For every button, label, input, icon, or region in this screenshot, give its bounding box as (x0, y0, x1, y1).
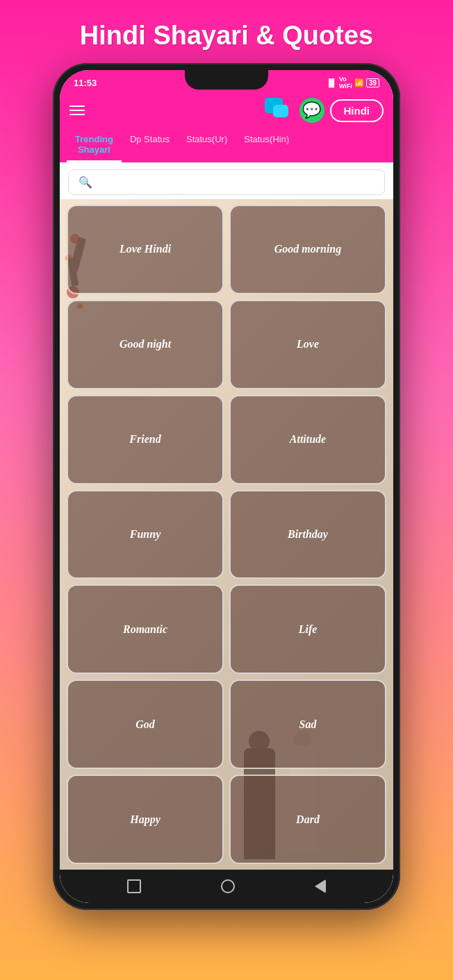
status-icons: ▐▌ VoWiFi 📶 39 (326, 76, 379, 90)
category-love-hindi[interactable]: Love Hindi (67, 205, 224, 294)
content-area: Love Hindi Good morning Good night Love … (60, 199, 393, 870)
search-input[interactable] (98, 177, 374, 188)
wifi-icon: 📶 (354, 78, 364, 87)
category-funny[interactable]: Funny (67, 490, 224, 580)
hamburger-menu[interactable] (69, 105, 85, 115)
hamburger-line-2 (69, 110, 85, 111)
app-header: 💬 Hindi (60, 92, 393, 128)
notch (185, 70, 268, 90)
category-birthday[interactable]: Birthday (229, 490, 386, 580)
hamburger-line-1 (69, 105, 85, 107)
category-friend[interactable]: Friend (67, 395, 224, 484)
phone-nav-bar (60, 870, 393, 903)
header-icons: 💬 Hindi (265, 98, 384, 123)
tab-trending-shayari[interactable]: Trending Shayari (67, 128, 122, 162)
signal-icon: ▐▌ (326, 78, 337, 87)
category-dard[interactable]: Dard (229, 775, 386, 864)
search-bar[interactable]: 🔍 (68, 169, 385, 195)
category-god[interactable]: God (67, 679, 224, 769)
phone-frame: 11:53 ▐▌ VoWiFi 📶 39 (53, 63, 400, 910)
hindi-button[interactable]: Hindi (330, 99, 384, 122)
tab-status-hin[interactable]: Status(Hin) (236, 128, 297, 162)
vo-wifi-label: VoWiFi (339, 76, 352, 90)
category-good-night[interactable]: Good night (67, 300, 224, 389)
tab-status-ur[interactable]: Status(Ur) (178, 128, 236, 162)
category-attitude[interactable]: Attitude (229, 395, 386, 484)
whatsapp-icon[interactable]: 💬 (299, 98, 324, 123)
nav-home-button[interactable] (221, 879, 235, 893)
category-happy[interactable]: Happy (67, 775, 224, 864)
category-romantic[interactable]: Romantic (67, 584, 224, 674)
search-icon: 🔍 (79, 176, 92, 189)
tab-dp-status[interactable]: Dp Status (122, 128, 178, 162)
hamburger-line-3 (69, 114, 85, 115)
nav-back-button[interactable] (315, 879, 326, 893)
tab-bar: Trending Shayari Dp Status Status(Ur) St… (60, 128, 393, 162)
page-title: Hindi Shayari & Quotes (80, 21, 373, 51)
nav-square-button[interactable] (127, 879, 141, 893)
category-love[interactable]: Love (229, 300, 386, 389)
status-time: 11:53 (74, 78, 97, 88)
battery-icon: 39 (366, 78, 379, 87)
category-life[interactable]: Life (229, 584, 386, 674)
category-sad[interactable]: Sad (229, 679, 386, 769)
phone-screen: 11:53 ▐▌ VoWiFi 📶 39 (60, 70, 393, 903)
category-grid: Love Hindi Good morning Good night Love … (60, 199, 393, 870)
category-good-morning[interactable]: Good morning (229, 205, 386, 294)
chat-icon[interactable] (265, 98, 294, 123)
